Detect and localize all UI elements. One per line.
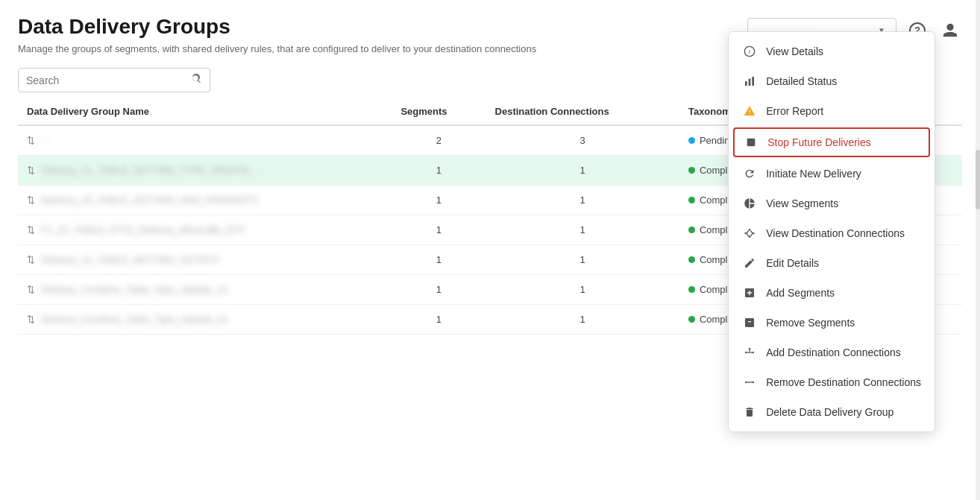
sync-icon: ⇅ <box>27 165 35 176</box>
scrollbar-thumb[interactable] <box>976 150 980 209</box>
cell-connections: 1 <box>486 305 679 335</box>
svg-line-10 <box>747 231 749 233</box>
svg-rect-3 <box>749 79 751 86</box>
cell-connections: 1 <box>486 275 679 305</box>
cell-segments: 1 <box>392 215 486 245</box>
menu-item-initiate-new-delivery[interactable]: Initiate New Delivery <box>729 159 935 189</box>
svg-point-6 <box>745 232 747 235</box>
cell-name: ⇅Delivery_Combine_Table_Type_Update_21 <box>18 305 392 335</box>
row-name-text: Delivery_21_TABLE_GET7964_OUTPUT <box>41 254 220 265</box>
info-icon: i <box>742 44 757 59</box>
row-name-text: Delivery_Combine_Table_Type_Update_21 <box>41 284 228 295</box>
svg-point-9 <box>749 235 751 238</box>
row-name-text: Delivery_21_TABLE_GET7964_TYPE_UPDATE_… <box>41 165 264 176</box>
menu-item-label: View Destination Connections <box>766 227 905 239</box>
col-segments: Segments <box>392 98 486 125</box>
svg-line-11 <box>751 231 753 233</box>
pencil-icon <box>742 256 757 270</box>
sync-icon: ⇅ <box>27 314 35 325</box>
svg-rect-5 <box>747 139 756 147</box>
cell-name: ⇅Delivery_Combine_Table_Type_Update_21 <box>18 275 392 305</box>
menu-item-view-segments[interactable]: View Segments <box>729 189 935 218</box>
cell-segments: 1 <box>392 186 486 215</box>
context-menu: iView DetailsDetailed StatusError Report… <box>728 31 935 335</box>
row-name-text: Delivery_22_TABLE_GET7963_ADD_PROPERTY <box>41 194 259 206</box>
search-icon[interactable] <box>190 73 202 87</box>
cell-segments: 1 <box>392 305 486 335</box>
menu-item-detailed-status[interactable]: Detailed Status <box>729 66 935 96</box>
user-button[interactable] <box>938 19 962 42</box>
col-connections: Destination Connections <box>486 98 679 125</box>
remove-segments-icon <box>742 315 757 330</box>
cell-connections: 1 <box>486 215 679 245</box>
bar-chart-icon <box>742 74 757 89</box>
cell-connections: 1 <box>486 156 679 186</box>
pie-chart-icon <box>742 196 757 211</box>
add-segments-icon <box>742 285 757 300</box>
menu-item-add-segments[interactable]: Add Segments <box>729 278 935 308</box>
svg-text:i: i <box>749 48 750 55</box>
sync-icon: ⇅ <box>27 224 35 235</box>
search-input[interactable] <box>26 75 190 86</box>
menu-item-label: Detailed Status <box>766 75 837 87</box>
row-name-text: Delivery_Combine_Table_Type_Update_21 <box>41 314 228 325</box>
page-title: Data Delivery Groups <box>18 15 536 39</box>
search-box <box>18 68 210 92</box>
refresh-icon <box>742 166 757 181</box>
cell-connections: 3 <box>486 125 679 156</box>
svg-point-7 <box>749 229 751 231</box>
menu-item-remove-segments[interactable]: Remove Segments <box>729 308 935 335</box>
svg-line-12 <box>751 234 753 236</box>
cell-segments: 2 <box>392 125 486 156</box>
menu-item-label: Initiate New Delivery <box>766 168 861 180</box>
menu-item-error-report[interactable]: Error Report <box>729 96 935 126</box>
svg-rect-2 <box>745 81 747 86</box>
col-name: Data Delivery Group Name <box>18 98 392 125</box>
sync-icon: ⇅ <box>27 284 35 295</box>
cell-segments: 1 <box>392 245 486 275</box>
row-name-text: F1_21_TABLE_GT10_Delivery_What-MB_OUT <box>41 224 245 235</box>
svg-point-8 <box>753 232 755 235</box>
menu-item-view-details[interactable]: iView Details <box>729 37 935 66</box>
scrollbar-track <box>976 0 980 335</box>
cell-name: ⇅Delivery_21_TABLE_GET7964_TYPE_UPDATE_… <box>18 156 392 186</box>
menu-item-label: View Segments <box>766 197 838 209</box>
header-left: Data Delivery Groups Manage the groups o… <box>18 15 536 54</box>
cell-connections: 1 <box>486 245 679 275</box>
cell-connections: 1 <box>486 186 679 215</box>
menu-item-label: Remove Segments <box>766 317 855 329</box>
sync-icon: ⇅ <box>27 135 35 146</box>
cell-name: ⇅··· <box>18 125 392 156</box>
menu-item-label: Error Report <box>766 105 823 117</box>
cell-name: ⇅Delivery_21_TABLE_GET7964_OUTPUT <box>18 245 392 275</box>
cell-segments: 1 <box>392 275 486 305</box>
stop-icon <box>744 135 758 150</box>
menu-item-label: Stop Future Deliveries <box>767 136 871 148</box>
menu-item-label: Add Segments <box>766 287 835 299</box>
svg-line-13 <box>747 234 749 236</box>
row-name-text: ··· <box>41 135 49 146</box>
cell-segments: 1 <box>392 156 486 186</box>
connections-icon <box>742 226 757 241</box>
menu-item-stop-future-deliveries[interactable]: Stop Future Deliveries <box>733 127 930 157</box>
menu-item-label: Edit Details <box>766 257 819 269</box>
svg-rect-4 <box>753 77 755 86</box>
cell-name: ⇅Delivery_22_TABLE_GET7963_ADD_PROPERTY <box>18 186 392 215</box>
sync-icon: ⇅ <box>27 194 35 206</box>
user-icon <box>942 22 958 39</box>
cell-name: ⇅F1_21_TABLE_GT10_Delivery_What-MB_OUT <box>18 215 392 245</box>
menu-item-edit-details[interactable]: Edit Details <box>729 248 935 278</box>
page-subtitle: Manage the groups of segments, with shar… <box>18 43 536 54</box>
warning-icon <box>742 104 757 118</box>
menu-item-view-destination-connections[interactable]: View Destination Connections <box>729 218 935 248</box>
menu-item-label: View Details <box>766 45 823 57</box>
sync-icon: ⇅ <box>27 254 35 265</box>
